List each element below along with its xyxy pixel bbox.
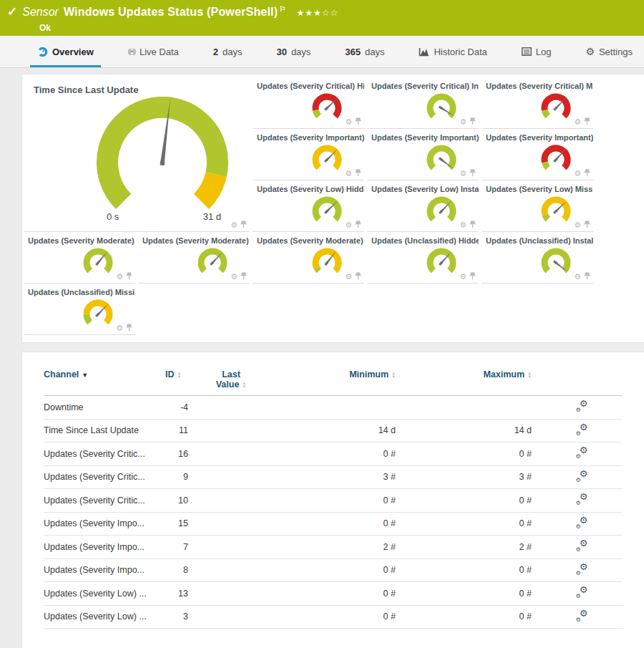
tab-365-days[interactable]: 365days [338,36,391,67]
tab-number: 365 [345,47,361,57]
edit-channel-icon[interactable]: ⚙⚙ [576,564,588,575]
flag-icon[interactable]: ⚐ [279,5,286,13]
column-header-id[interactable]: ID▲▼ [165,369,188,379]
channel-name-cell[interactable]: Updates (Severity Impo... [44,565,165,575]
gauge-pin-icon[interactable] [240,221,247,228]
gauge-settings-gear-icon[interactable]: ⚙ [345,221,352,228]
edit-channel-icon[interactable]: ⚙⚙ [576,586,588,598]
edit-channel-icon[interactable]: ⚙⚙ [576,493,588,505]
gauge-panel: Updates (Unclassified) Hidden⚙ [367,233,479,284]
channel-name-cell[interactable]: Updates (Severity Critic... [44,449,165,459]
edit-gear-small-icon: ⚙ [576,616,581,623]
column-header-minimum[interactable]: Minimum▲▼ [274,369,396,379]
gauge-chart [307,194,347,224]
gauge-pin-icon[interactable] [240,272,247,280]
gauge-settings-gear-icon[interactable]: ⚙ [116,324,123,332]
tab-live-data[interactable]: ((•))Live Data [121,36,186,67]
gauge-pin-icon[interactable] [355,272,361,280]
column-header-label: ID [165,369,175,379]
channel-minimum-cell: 0 # [274,565,396,575]
gauge-panel: Updates (Severity Moderate) I...⚙ [138,233,250,284]
tab-historic-data[interactable]: Historic Data [411,36,494,67]
gauge-title: Updates (Severity Critical) Mi... [482,79,593,90]
gauge-settings-gear-icon[interactable]: ⚙ [459,170,467,177]
sensor-title-text: Windows Updates Status (PowerShell) [64,6,278,18]
gauge-title: Updates (Severity Important) ... [367,130,479,142]
channel-name-cell[interactable]: Updates (Severity Low) ... [44,589,165,599]
channel-name-cell[interactable]: Updates (Severity Impo... [44,542,165,552]
gauge-chart [536,246,576,276]
gauge-settings-gear-icon[interactable]: ⚙ [459,221,467,228]
tab-2-days[interactable]: 2days [206,36,250,67]
tab-30-days[interactable]: 30days [269,36,318,67]
gauge-pin-icon[interactable] [469,272,476,280]
gauge-icons: ⚙ [459,117,476,125]
gauge-pin-icon[interactable] [584,221,590,228]
gauge-pin-icon[interactable] [469,221,476,228]
channel-name-cell[interactable]: Downtime [44,402,165,412]
gauge-title: Updates (Severity Critical) Ins... [367,79,479,90]
gauge-pin-icon[interactable] [584,117,590,125]
gauge-settings-gear-icon[interactable]: ⚙ [345,170,352,177]
table-row: Updates (Severity Critic...100 #0 #⚙⚙ [44,489,623,513]
gauge-settings-gear-icon[interactable]: ⚙ [574,273,581,280]
table-row: Updates (Severity Low) ...30 #0 #⚙⚙ [44,606,623,629]
gauge-settings-gear-icon[interactable]: ⚙ [459,273,467,280]
channel-name-cell[interactable]: Updates (Severity Critic... [44,495,165,506]
edit-channel-icon[interactable]: ⚙⚙ [576,470,588,482]
channel-actions-cell: ⚙⚙ [532,400,632,414]
gauge-settings-gear-icon[interactable]: ⚙ [574,118,581,125]
priority-stars[interactable]: ★★★☆☆ [296,8,338,18]
gauge-settings-gear-icon[interactable]: ⚙ [116,273,123,280]
gauge-pin-icon[interactable] [584,272,590,280]
gauge-panel: Updates (Severity Moderate) ...⚙ [24,233,135,284]
gauge-icons: ⚙ [574,169,590,177]
tab-overview[interactable]: Overview [30,36,101,67]
channel-name-cell[interactable]: Updates (Severity Critic... [44,472,165,482]
gauge-min-label: 0 s [107,211,119,222]
gauge-pin-icon[interactable] [584,169,590,177]
gauge-pin-icon[interactable] [126,272,132,280]
edit-channel-icon[interactable]: ⚙⚙ [576,400,588,412]
gauge-title: Updates (Severity Moderate) I... [138,233,250,245]
gauge-pin-icon[interactable] [469,117,476,125]
gauge-icons: ⚙ [459,272,476,280]
edit-channel-icon[interactable]: ⚙⚙ [576,540,588,551]
edit-channel-icon[interactable]: ⚙⚙ [576,424,588,435]
gauge-settings-gear-icon[interactable]: ⚙ [230,273,238,280]
gauge-panel: Updates (Unclassified) Missing⚙ [24,285,135,335]
gauge-settings-gear-icon[interactable]: ⚙ [574,221,581,228]
gauge-settings-gear-icon[interactable]: ⚙ [345,118,352,125]
tab-settings[interactable]: ⚙Settings [578,36,640,67]
gauge-settings-gear-icon[interactable]: ⚙ [230,221,238,228]
gauge-pin-icon[interactable] [355,221,361,228]
column-header-maximum[interactable]: Maximum▲▼ [396,369,532,379]
edit-gear-small-icon: ⚙ [576,500,581,506]
edit-channel-icon[interactable]: ⚙⚙ [576,447,588,458]
gauge-chart [421,91,462,121]
edit-channel-icon[interactable]: ⚙⚙ [576,517,588,528]
channel-name-cell[interactable]: Time Since Last Update [44,425,165,435]
gauge-pin-icon[interactable] [469,169,476,177]
gauge-settings-gear-icon[interactable]: ⚙ [345,273,352,280]
gauge-pin-icon[interactable] [126,324,132,332]
gauge-title: Updates (Severity Critical) Hi... [253,79,364,90]
gauge-chart [307,246,347,276]
gauge-settings-gear-icon[interactable]: ⚙ [574,170,581,177]
channel-maximum-cell: 3 # [396,472,532,482]
column-header-channel[interactable]: Channel▼ [44,369,165,379]
table-row: Updates (Severity Critic...160 #0 #⚙⚙ [44,443,623,466]
channel-name-cell[interactable]: Updates (Severity Impo... [44,518,165,528]
gauge-chart [536,142,576,173]
channel-name-cell[interactable]: Updates (Severity Low) ... [44,611,165,622]
gauge-chart [307,142,347,173]
gauge-pin-icon[interactable] [355,169,361,177]
gauge-settings-gear-icon[interactable]: ⚙ [459,118,467,125]
sort-desc-icon: ▼ [82,372,88,379]
tab-log[interactable]: Log [514,36,559,67]
channel-maximum-cell: 0 # [396,518,532,528]
column-header-last-value[interactable]: Last Value▲▼ [188,369,274,390]
edit-channel-icon[interactable]: ⚙⚙ [576,610,588,622]
channel-minimum-cell: 0 # [274,449,396,459]
gauge-pin-icon[interactable] [355,117,361,125]
